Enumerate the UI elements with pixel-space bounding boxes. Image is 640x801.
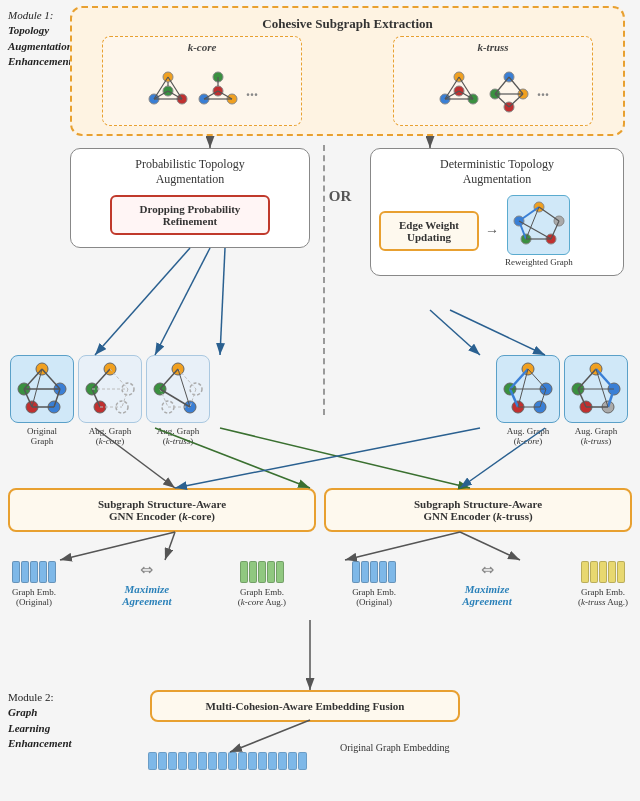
ktruss-graph2-icon xyxy=(487,69,531,113)
emb-bar xyxy=(608,561,616,583)
svg-line-116 xyxy=(450,310,545,355)
svg-line-31 xyxy=(495,77,509,94)
module1-bold-topology: Topology xyxy=(8,24,49,36)
emb-bar xyxy=(258,561,266,583)
prob-box: Probabilistic Topology Augmentation Drop… xyxy=(70,148,310,248)
emb-kcore-label: Graph Emb.(k-core Aug.) xyxy=(238,587,286,607)
encoder-right: Subgraph Structure-AwareGNN Encoder (k-t… xyxy=(324,488,632,532)
aug-graph-kcore2-label: Aug. Graph(k-core) xyxy=(507,426,550,446)
bottom-emb-bars xyxy=(148,752,307,770)
bottom-bar xyxy=(178,752,187,770)
kcore-dots: ... xyxy=(246,82,258,100)
svg-line-124 xyxy=(345,532,460,560)
module1-bold-augmentation: Augmentation xyxy=(8,40,73,52)
ktruss-label: k-truss xyxy=(477,41,508,53)
module1-bold-enhancement: Enhancement xyxy=(8,55,72,67)
emb-bar xyxy=(379,561,387,583)
aug-graph-ktruss2-icon xyxy=(568,359,624,415)
emb-ktruss: Graph Emb.(k-truss Aug.) xyxy=(578,561,628,607)
bottom-bar xyxy=(288,752,297,770)
reweighted-graph-icon xyxy=(511,199,566,247)
emb-bar xyxy=(12,561,20,583)
or-label: OR xyxy=(310,148,370,205)
bottom-bar xyxy=(198,752,207,770)
svg-line-65 xyxy=(92,369,110,389)
svg-line-32 xyxy=(509,77,523,94)
emb-bar xyxy=(249,561,257,583)
aug-graph-ktruss1-box xyxy=(146,355,210,423)
aug-graph-kcore2-box xyxy=(496,355,560,423)
emb-kcore-bars xyxy=(240,561,284,583)
bottom-bar xyxy=(238,752,247,770)
maximize1-label: MaximizeAgreement xyxy=(122,583,172,607)
prob-title: Probabilistic Topology Augmentation xyxy=(79,157,301,187)
emb-original2: Graph Emb.(Original) xyxy=(352,561,396,607)
emb-bar xyxy=(30,561,38,583)
reweighted-label: Reweighted Graph xyxy=(505,257,573,267)
bottom-bar xyxy=(148,752,157,770)
emb-original2-label: Graph Emb.(Original) xyxy=(352,587,396,607)
kcore-section: k-core xyxy=(102,36,302,126)
emb-bar xyxy=(370,561,378,583)
ktruss-section: k-truss xyxy=(393,36,593,126)
bottom-bar xyxy=(228,752,237,770)
svg-line-34 xyxy=(509,94,523,107)
kcore-graph2-icon xyxy=(196,69,240,113)
module2-line1: Module 2: xyxy=(8,691,54,703)
maximize1-item: ⇔ MaximizeAgreement xyxy=(122,560,172,607)
encoder-left: Subgraph Structure-AwareGNN Encoder (k-c… xyxy=(8,488,316,532)
aug-graph-ktruss2-box xyxy=(564,355,628,423)
emb-bar xyxy=(39,561,47,583)
emb-bar xyxy=(388,561,396,583)
maximize2-item: ⇔ MaximizeAgreement xyxy=(462,560,512,607)
det-title: Deterministic Topology Augmentation xyxy=(379,157,615,187)
aug-graph-ktruss2-label: Aug. Graph(k-truss) xyxy=(575,426,618,446)
original-graph-embedding-label: Original Graph Embedding xyxy=(340,742,449,753)
svg-line-100 xyxy=(578,369,596,389)
emb-bar xyxy=(599,561,607,583)
original-graph-icon xyxy=(14,359,70,415)
bottom-bar xyxy=(268,752,277,770)
emb-kcore: Graph Emb.(k-core Aug.) xyxy=(238,561,286,607)
svg-line-115 xyxy=(430,310,480,355)
bottom-bar xyxy=(188,752,197,770)
svg-line-125 xyxy=(460,532,520,560)
det-inner: Edge Weight Updating → xyxy=(379,195,615,267)
module1-box: Cohesive Subgraph Extraction k-core xyxy=(70,6,625,136)
original-graph-box xyxy=(10,355,74,423)
svg-line-127 xyxy=(230,720,310,752)
module2-label: Module 2: Graph Learning Enhancement xyxy=(8,690,78,752)
emb-bar xyxy=(21,561,29,583)
svg-line-123 xyxy=(165,532,175,560)
emb-bar xyxy=(590,561,598,583)
svg-line-122 xyxy=(60,532,175,560)
aug-graph-ktruss1-item: Aug. Graph(k-truss) xyxy=(146,355,210,446)
svg-line-33 xyxy=(495,94,509,107)
dropping-box: Dropping Probability Refinement xyxy=(110,195,270,235)
aug-graph-kcore1-box xyxy=(78,355,142,423)
aug-graph-ktruss1-label: Aug. Graph(k-truss) xyxy=(157,426,200,446)
original-graph-item: OriginalGraph xyxy=(10,355,74,446)
aug-graph-kcore2-item: Aug. Graph(k-core) xyxy=(496,355,560,446)
emb-original2-bars xyxy=(352,561,396,583)
emb-row: Graph Emb.(Original) ⇔ MaximizeAgreement… xyxy=(8,560,632,607)
cohesive-subgraph-label: Cohesive Subgraph Extraction xyxy=(262,16,432,32)
module1-line1: Module 1: xyxy=(8,9,54,21)
emb-bar xyxy=(617,561,625,583)
emb-ktruss-bars xyxy=(581,561,625,583)
svg-line-42 xyxy=(539,207,559,221)
aug-graph-kcore1-item: Aug. Graph(k-core) xyxy=(78,355,142,446)
emb-ktruss-label: Graph Emb.(k-truss Aug.) xyxy=(578,587,628,607)
emb-bar xyxy=(276,561,284,583)
bottom-bar xyxy=(278,752,287,770)
emb-original1-label: Graph Emb.(Original) xyxy=(12,587,56,607)
emb-bar xyxy=(581,561,589,583)
svg-line-89 xyxy=(528,369,546,389)
emb-original1-bars xyxy=(12,561,56,583)
emb-original1: Graph Emb.(Original) xyxy=(12,561,56,607)
emb-bar xyxy=(240,561,248,583)
svg-line-76 xyxy=(160,369,178,389)
bottom-bar xyxy=(208,752,217,770)
graph-row: OriginalGraph Aug. Graph( xyxy=(8,355,632,446)
emb-bar xyxy=(352,561,360,583)
